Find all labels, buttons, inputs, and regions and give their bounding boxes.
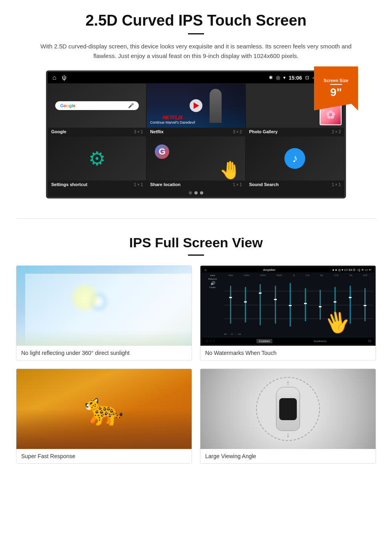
amp-balance-text: Balance	[204, 278, 222, 280]
amp-back-btn[interactable]: 〈·〈〈	[204, 339, 215, 343]
amp-balance-label: ≡≡≡	[204, 274, 222, 277]
camera-icon[interactable]: ⊡	[305, 75, 309, 80]
netflix-brand-text: NETFLIX	[150, 114, 195, 120]
share-thumbnail: 🤚 G	[147, 136, 245, 180]
amp-footer: 〈·〈〈 Custom loudness ⬭	[202, 338, 374, 344]
dot-3[interactable]	[200, 191, 203, 194]
netflix-label: Netflix	[150, 129, 164, 134]
feature-image-grid: No light reflecting under 360° direct su…	[16, 265, 376, 464]
section-curved-screen: 2.5D Curved IPS Touch Screen With 2.5D c…	[0, 0, 392, 206]
sunlight-image	[16, 266, 192, 346]
eq-bar-6	[305, 288, 306, 321]
car-caption: Large Viewing Angle	[200, 449, 376, 463]
google-label: Google	[51, 129, 66, 134]
amp-icons: ● ● ◎ ▾ 17:33 ⊡ ◁) ✕ ▭ ↩	[332, 268, 372, 272]
eq-bar-1	[230, 286, 231, 324]
eq-bars-container: 🖐	[223, 277, 372, 332]
gallery-label: Photo Gallery	[249, 129, 278, 134]
eq-line-neg10	[224, 319, 373, 319]
dot-1[interactable]	[189, 191, 192, 194]
car-arrow-up: ↑	[286, 379, 290, 387]
device-screen: ⌂ ψ ✱ ◎ ▾ 15:06 ⊡ ◁) ✕ ▭ ↩	[46, 70, 346, 198]
dot-2[interactable]	[194, 191, 198, 194]
netflix-size: 3 × 2	[233, 130, 242, 134]
music-note-icon: ♪	[284, 148, 305, 169]
screen-size-badge: Screen Size 9"	[314, 66, 358, 110]
status-left: ⌂ ψ	[52, 74, 66, 81]
section-ips-fullscreen: IPS Full Screen View No light reflecting…	[0, 231, 392, 476]
section1-title: 2.5D Curved IPS Touch Screen	[24, 12, 368, 29]
card-car: ↑ ↓ Large Viewing Angle	[200, 369, 376, 464]
freq-labels: 60Hz100Hz200Hz500Hz1k2.5k10k12.5k15kSUB	[223, 274, 372, 277]
eq-bar-7	[320, 290, 321, 320]
amp-toggle-icon[interactable]: ⬭	[368, 339, 372, 343]
amp-controls: ≡≡≡ Balance 🔊 Fader	[204, 274, 222, 336]
share-size: 1 × 1	[233, 182, 242, 187]
sound-label: Sound Search	[249, 182, 279, 187]
card-amplifier: ⌂ Amplifier ● ● ◎ ▾ 17:33 ⊡ ◁) ✕ ▭ ↩ ≡≡≡…	[200, 265, 376, 361]
sunlight-caption: No light reflecting under 360° direct su…	[16, 346, 192, 360]
app-cell-share[interactable]: 🤚 G Share location 1 × 1	[146, 136, 245, 189]
eq-bar-10	[364, 288, 366, 321]
car-body-shape	[276, 387, 300, 431]
section2-title: IPS Full Screen View	[16, 235, 376, 250]
eq-bar-4	[275, 286, 276, 324]
car-top-view-container: ↑ ↓	[276, 387, 300, 431]
eq-bar-2	[245, 287, 246, 323]
home-icon[interactable]: ⌂	[52, 74, 56, 81]
badge-divider	[330, 84, 342, 85]
card-sunlight: No light reflecting under 360° direct su…	[16, 265, 192, 361]
dot-indicators	[48, 189, 344, 197]
settings-label: Settings shortcut	[51, 182, 87, 187]
gallery-size: 2 × 2	[332, 130, 341, 134]
google-search-bar[interactable]: Google 🎤	[55, 101, 139, 110]
app-cell-settings[interactable]: ⚙ Settings shortcut 1 × 1	[48, 136, 146, 189]
netflix-play-button[interactable]	[190, 99, 202, 112]
card-cheetah: 🐆 Super Fast Response	[16, 369, 192, 464]
sound-footer: Sound Search 1 × 1	[246, 180, 344, 188]
share-label: Share location	[150, 182, 180, 187]
mic-icon[interactable]: 🎤	[128, 103, 134, 108]
netflix-label-overlay: NETFLIX Continue Marvel's Daredevil	[150, 114, 195, 124]
bluetooth-icon: ✱	[269, 75, 273, 80]
status-time: 15:06	[289, 75, 302, 81]
netflix-thumbnail: NETFLIX Continue Marvel's Daredevil	[147, 84, 245, 128]
cheetah-emoji: 🐆	[84, 390, 124, 428]
amp-fader-icon: 🔊	[204, 281, 222, 285]
amp-numbers: 10 · · · 0 · · · -10	[223, 332, 372, 336]
amp-title: Amplifier	[263, 268, 276, 272]
google-footer: Google 3 × 1	[48, 128, 146, 136]
car-roof-shape	[279, 398, 297, 420]
sound-thumbnail: ♪	[246, 136, 344, 180]
app-grid-top: Google 🎤 Google 3 × 1	[48, 83, 344, 136]
gallery-footer: Photo Gallery 2 × 2	[246, 128, 344, 136]
google-size: 3 × 1	[134, 130, 143, 134]
netflix-footer: Netflix 3 × 2	[147, 128, 245, 136]
netflix-subtitle: Continue Marvel's Daredevil	[150, 120, 195, 124]
google-thumbnail: Google 🎤	[48, 84, 146, 128]
car-arrow-down: ↓	[286, 431, 290, 439]
sound-size: 1 × 1	[332, 182, 341, 187]
app-cell-sound[interactable]: ♪ Sound Search 1 × 1	[246, 136, 344, 189]
title-divider	[188, 33, 204, 34]
badge-title: Screen Size	[324, 78, 348, 83]
play-triangle-icon	[194, 102, 199, 109]
amp-custom-btn[interactable]: Custom	[256, 339, 272, 343]
usb-icon: ψ	[62, 74, 66, 81]
amp-fader-text: Fader	[204, 286, 222, 289]
cheetah-caption: Super Fast Response	[16, 449, 192, 463]
wifi-icon: ▾	[283, 75, 286, 80]
share-footer: Share location 1 × 1	[147, 180, 245, 188]
badge-size: 9"	[330, 86, 342, 99]
amp-status-bar: ⌂ Amplifier ● ● ◎ ▾ 17:33 ⊡ ◁) ✕ ▭ ↩	[202, 267, 374, 272]
app-grid-bottom: ⚙ Settings shortcut 1 × 1 🤚 G	[48, 136, 344, 189]
settings-thumbnail: ⚙	[48, 136, 146, 180]
section1-description: With 2.5D curved-display screen, this de…	[40, 42, 352, 61]
amp-loudness-text: loudness	[314, 339, 326, 343]
settings-footer: Settings shortcut 1 × 1	[48, 180, 146, 188]
app-cell-google[interactable]: Google 🎤 Google 3 × 1	[48, 83, 146, 136]
eq-line-0	[224, 305, 373, 305]
device-mockup: Screen Size 9" ⌂ ψ ✱ ◎ ▾ 15:06 ⊡ ◁) ✕	[46, 70, 346, 198]
app-cell-netflix[interactable]: NETFLIX Continue Marvel's Daredevil Netf…	[146, 83, 245, 136]
amplifier-image: ⌂ Amplifier ● ● ◎ ▾ 17:33 ⊡ ◁) ✕ ▭ ↩ ≡≡≡…	[200, 266, 376, 346]
